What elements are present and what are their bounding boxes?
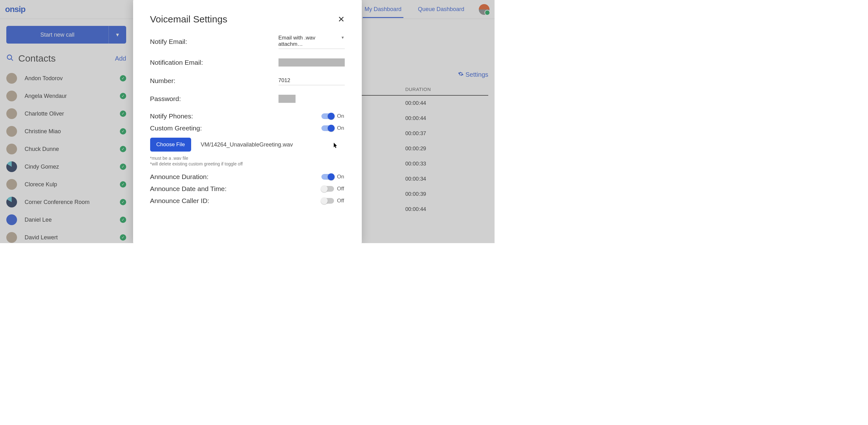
- label-number: Number:: [150, 77, 176, 85]
- file-hint: *must be a .wav file *will delete existi…: [150, 155, 345, 167]
- toggle-announce-duration-state: On: [337, 174, 345, 180]
- label-announce-callerid: Announce Caller ID:: [150, 197, 210, 205]
- toggle-announce-datetime[interactable]: [321, 186, 334, 192]
- toggle-custom-greeting-state: On: [337, 125, 345, 131]
- toggle-announce-datetime-state: Off: [337, 186, 345, 192]
- label-notify-phones: Notify Phones:: [150, 112, 193, 120]
- label-password: Password:: [150, 95, 181, 103]
- notification-email-input[interactable]: [279, 58, 345, 67]
- greeting-filename: VM/14264_UnavailableGreeting.wav: [200, 141, 293, 148]
- label-announce-duration: Announce Duration:: [150, 173, 209, 180]
- toggle-custom-greeting[interactable]: [321, 125, 334, 131]
- number-input[interactable]: [279, 76, 345, 85]
- toggle-announce-callerid[interactable]: [321, 198, 334, 204]
- toggle-notify-phones[interactable]: [321, 113, 334, 119]
- close-icon[interactable]: ✕: [338, 15, 345, 24]
- label-notify-email: Notify Email:: [150, 38, 187, 46]
- toggle-announce-callerid-state: Off: [337, 198, 345, 204]
- label-notification-email: Notification Email:: [150, 59, 203, 66]
- modal-overlay[interactable]: Voicemail Settings ✕ Notify Email: Email…: [0, 0, 495, 243]
- toggle-announce-duration[interactable]: [321, 174, 334, 180]
- toggle-notify-phones-state: On: [337, 113, 345, 119]
- voicemail-settings-modal: Voicemail Settings ✕ Notify Email: Email…: [133, 0, 362, 243]
- modal-title: Voicemail Settings: [150, 14, 227, 25]
- label-announce-datetime: Announce Date and Time:: [150, 185, 227, 193]
- password-input[interactable]: [279, 95, 296, 103]
- choose-file-button[interactable]: Choose File: [150, 138, 191, 151]
- notify-email-select[interactable]: Email with .wav attachm…: [279, 34, 345, 49]
- label-custom-greeting: Custom Greeting:: [150, 124, 202, 132]
